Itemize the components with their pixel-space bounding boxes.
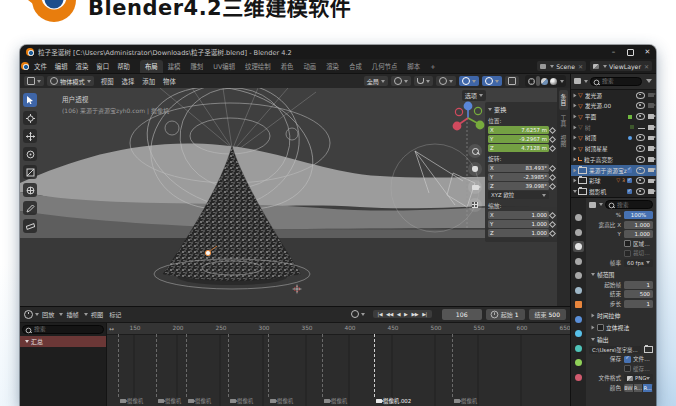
outliner-row[interactable]: ▽树 — [571, 122, 656, 133]
select-box-tool[interactable] — [23, 93, 37, 107]
keyframe-icon[interactable] — [549, 222, 555, 227]
color-rgba-button[interactable]: R... — [643, 384, 653, 392]
timeline-editor-icon[interactable] — [24, 310, 33, 319]
tab-modeling[interactable]: 建模 — [163, 60, 186, 73]
pivot-point-selector[interactable] — [391, 76, 411, 86]
menu-marker[interactable]: 标记 — [109, 310, 121, 319]
expand-icon[interactable] — [574, 168, 577, 172]
shading-solid-button[interactable] — [536, 76, 540, 86]
stereoscopy-checkbox[interactable] — [597, 324, 604, 331]
hide-toggle-icon[interactable] — [638, 128, 645, 129]
location-x-field[interactable]: X7.6257 m — [488, 126, 549, 134]
tab-view-layer[interactable] — [573, 256, 584, 267]
timeline-sheet[interactable]: ↔ 150 200 250 300 350 400 450 500 550 60… — [106, 323, 570, 406]
xray-toggle[interactable] — [505, 76, 519, 86]
properties-editor-icon[interactable] — [589, 202, 596, 208]
color-rgb-button[interactable]: R... — [634, 384, 644, 392]
tab-animation[interactable]: 动画 — [298, 60, 321, 73]
tab-object[interactable] — [573, 299, 584, 310]
camera-marker[interactable]: 摄像机 — [324, 397, 347, 405]
rotate-tool[interactable] — [23, 147, 37, 161]
tab-shading[interactable]: 着色 — [276, 60, 299, 73]
render-toggle-icon[interactable] — [648, 146, 654, 151]
border-checkbox[interactable] — [624, 240, 631, 247]
outliner-row[interactable]: ▽树顶星星 — [571, 143, 656, 154]
show-overlays-toggle[interactable] — [482, 76, 502, 86]
fps-dropdown[interactable]: 60 fps — [624, 259, 653, 267]
outliner-row[interactable]: 摄影机 — [571, 186, 656, 197]
tab-particles[interactable] — [573, 328, 584, 339]
channel-search-input[interactable] — [22, 325, 104, 334]
camera-marker[interactable]: 摄像机 — [188, 397, 211, 405]
next-keyframe-button[interactable]: ▶▶ — [409, 311, 420, 317]
sidebar-tab-tool[interactable]: 工具 — [559, 111, 568, 131]
output-section[interactable]: 输出 — [597, 335, 609, 344]
shading-rendered-button[interactable] — [550, 78, 557, 85]
menu-object[interactable]: 物体 — [163, 77, 176, 86]
end-frame-field[interactable]: 500 — [624, 290, 653, 298]
tab-scene[interactable] — [573, 270, 584, 281]
outliner-editor-icon[interactable] — [574, 78, 581, 84]
outliner-row[interactable]: ▽平面 — [571, 111, 656, 122]
tab-constraints[interactable] — [573, 357, 584, 368]
resolution-pct-slider[interactable]: 100% — [624, 211, 653, 219]
expand-icon[interactable] — [574, 93, 577, 97]
auto-keying-toggle[interactable] — [351, 310, 359, 318]
tab-output[interactable] — [573, 241, 584, 252]
step-field[interactable]: 1 — [624, 300, 653, 308]
outliner-search[interactable] — [590, 77, 642, 86]
tab-modifiers[interactable] — [573, 314, 584, 325]
outliner-row[interactable]: 粒子高亮影 — [571, 154, 656, 165]
hide-toggle-icon[interactable] — [636, 145, 645, 152]
scale-tool[interactable] — [23, 165, 37, 179]
maximize-button[interactable] — [622, 45, 639, 59]
file-format-dropdown[interactable]: PNG — [624, 374, 653, 382]
hide-toggle-icon[interactable] — [636, 113, 645, 120]
outliner-row[interactable]: ▽树顶 — [571, 133, 656, 144]
frame-range-section[interactable]: 帧范围 — [597, 270, 614, 279]
navigation-gizmo[interactable] — [450, 100, 486, 136]
tab-rendering[interactable]: 渲染 — [321, 60, 344, 73]
sidebar-tab-view[interactable]: 视图 — [559, 131, 568, 151]
aspect-x-field[interactable]: 1.000 — [624, 221, 653, 229]
keyframe-icon[interactable] — [549, 146, 555, 151]
stereoscopy-section[interactable]: 立体视法 — [606, 323, 629, 332]
snap-toggle[interactable] — [414, 76, 433, 86]
annotate-tool[interactable] — [23, 201, 37, 215]
menu-add[interactable]: 添加 — [142, 77, 155, 86]
tab-texture-paint[interactable]: 纹理绘制 — [240, 60, 276, 73]
play-button[interactable]: ▶ — [402, 311, 409, 317]
collection-checkbox[interactable] — [627, 168, 632, 173]
tab-scripting[interactable]: 脚本 — [402, 60, 425, 73]
camera-marker[interactable]: 摄像机 — [454, 397, 477, 405]
transform-orientation-selector[interactable]: 全局 — [364, 76, 388, 86]
color-bw-button[interactable]: BW — [624, 384, 634, 392]
expand-icon[interactable] — [574, 115, 577, 119]
sidebar-tab-item[interactable]: 条目 — [559, 90, 568, 110]
tab-compositing[interactable]: 合成 — [344, 60, 367, 73]
hide-toggle-icon[interactable] — [636, 92, 645, 99]
zoom-button[interactable] — [468, 144, 482, 158]
close-button[interactable]: ✕ — [639, 45, 656, 59]
proportional-editing-toggle[interactable] — [436, 76, 456, 86]
cursor-tool[interactable] — [23, 111, 37, 125]
measure-tool[interactable] — [23, 219, 37, 233]
expand-icon[interactable] — [574, 136, 577, 140]
keyframe-icon[interactable] — [549, 137, 555, 142]
play-reverse-button[interactable]: ◀ — [395, 311, 402, 317]
tab-world[interactable] — [573, 285, 584, 296]
collection-checkbox[interactable] — [627, 189, 632, 194]
camera-marker[interactable]: 摄像机 — [120, 397, 143, 405]
summary-channel[interactable]: 汇总 — [20, 336, 106, 347]
prev-keyframe-button[interactable]: ◀◀ — [384, 311, 395, 317]
expand-horizontal-icon[interactable]: ↔ — [109, 325, 114, 332]
render-toggle-icon[interactable] — [648, 189, 654, 194]
menu-playback[interactable]: 回放 — [42, 310, 54, 319]
collection-checkbox[interactable] — [627, 178, 632, 183]
keyframe-icon[interactable] — [549, 128, 555, 133]
tab-render[interactable] — [573, 227, 584, 238]
outliner-row-selected[interactable]: 来源于资源宝z — [571, 165, 656, 176]
keyframe-icon[interactable] — [549, 166, 555, 171]
location-z-field[interactable]: Z4.7128 m — [488, 144, 549, 152]
collapse-icon[interactable] — [573, 190, 577, 193]
